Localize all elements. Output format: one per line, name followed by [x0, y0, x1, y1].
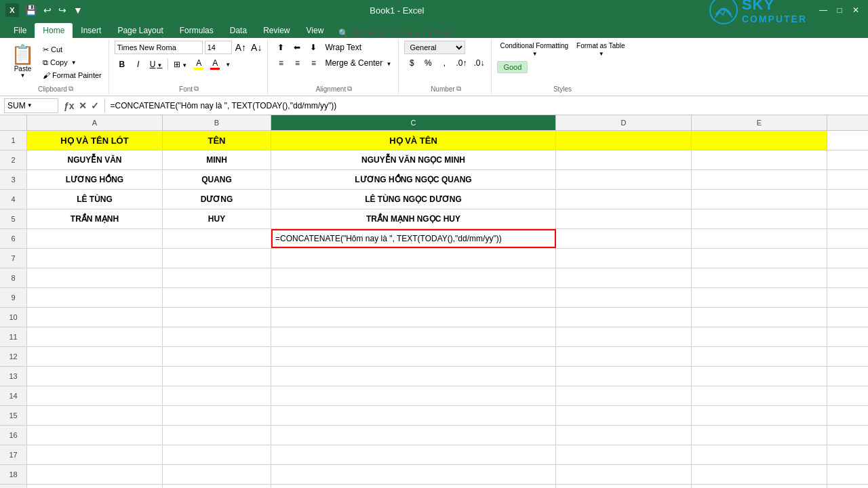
cancel-formula-button[interactable]: ✕ [79, 100, 87, 111]
cell[interactable] [271, 268, 556, 287]
cell[interactable] [692, 308, 827, 327]
good-style-button[interactable]: Good [497, 61, 528, 73]
row-number[interactable]: 14 [0, 386, 27, 405]
align-top-button[interactable]: ⬆ [273, 41, 288, 54]
cell[interactable] [556, 347, 692, 366]
cell[interactable] [27, 406, 163, 425]
cell[interactable] [27, 367, 163, 386]
formula-input[interactable] [108, 101, 864, 110]
cell[interactable]: LƯƠNG HỒNG [27, 170, 163, 189]
cell[interactable]: HUY [163, 209, 271, 228]
formula-functions-button[interactable]: ƒx [64, 100, 75, 111]
row-number[interactable]: 4 [0, 190, 27, 209]
col-header-a[interactable]: A [27, 115, 163, 130]
customize-button[interactable]: ▼ [71, 5, 85, 16]
cell[interactable] [556, 465, 692, 484]
cell[interactable] [271, 347, 556, 366]
cell[interactable] [692, 131, 827, 150]
cell[interactable] [271, 327, 556, 346]
number-format-select[interactable]: General [404, 41, 465, 54]
number-expand-icon[interactable]: ⧉ [456, 85, 461, 93]
increase-decimal-button[interactable]: .0↑ [453, 56, 469, 70]
cell[interactable] [692, 268, 827, 287]
cell[interactable] [271, 367, 556, 386]
cell[interactable] [163, 465, 271, 484]
row-number[interactable]: 12 [0, 347, 27, 366]
cell[interactable]: TRẦN MẠNH NGỌC HUY [271, 209, 556, 228]
tab-home[interactable]: Home [35, 23, 73, 38]
font-grow-button[interactable]: A↑ [234, 43, 248, 52]
cell[interactable] [163, 268, 271, 287]
redo-button[interactable]: ↪ [56, 5, 68, 16]
cell[interactable]: TÊN [163, 131, 271, 150]
cell[interactable] [27, 229, 163, 248]
cell[interactable] [692, 209, 827, 228]
cell[interactable] [163, 347, 271, 366]
cell[interactable] [556, 288, 692, 307]
cell[interactable] [556, 209, 692, 228]
align-middle-button[interactable]: ⬅ [290, 41, 304, 54]
cell[interactable] [692, 150, 827, 169]
cut-button[interactable]: ✂ Cut [40, 45, 104, 55]
cell[interactable] [27, 485, 163, 488]
cell[interactable]: DƯƠNG [163, 190, 271, 209]
format-as-table-button[interactable]: Format as Table ▼ [574, 41, 628, 58]
cell[interactable] [27, 465, 163, 484]
row-number[interactable]: 5 [0, 209, 27, 228]
cell[interactable]: QUANG [163, 170, 271, 189]
cell[interactable] [556, 327, 692, 346]
cell[interactable] [163, 308, 271, 327]
cell[interactable] [271, 485, 556, 488]
tab-data[interactable]: Data [222, 23, 255, 38]
cell[interactable]: MINH [163, 150, 271, 169]
font-name-input[interactable] [115, 41, 203, 54]
col-header-e[interactable]: E [692, 115, 827, 130]
cell[interactable] [163, 249, 271, 268]
confirm-formula-button[interactable]: ✓ [91, 100, 99, 111]
cell[interactable] [556, 150, 692, 169]
format-painter-button[interactable]: 🖌 Format Painter [40, 70, 104, 80]
minimize-button[interactable]: — [816, 3, 830, 17]
cell[interactable]: NGUYỄN VĂN [27, 150, 163, 169]
cell[interactable] [692, 386, 827, 405]
fill-color-button[interactable]: A [191, 58, 206, 71]
cell[interactable] [271, 288, 556, 307]
cell[interactable] [27, 347, 163, 366]
cell[interactable]: NGUYỄN VĂN NGỌC MINH [271, 150, 556, 169]
row-number[interactable]: 6 [0, 229, 27, 248]
cell[interactable] [556, 308, 692, 327]
row-number[interactable]: 7 [0, 249, 27, 268]
font-color-dropdown[interactable]: ▼ [225, 62, 231, 68]
tell-me-search[interactable]: 🔍 Tell me what you want to do... [338, 28, 458, 38]
tab-formulas[interactable]: Formulas [172, 23, 222, 38]
cell[interactable] [163, 367, 271, 386]
cell[interactable]: TRẦN MẠNH [27, 209, 163, 228]
font-shrink-button[interactable]: A↓ [250, 43, 263, 52]
row-number[interactable]: 10 [0, 308, 27, 327]
underline-button[interactable]: U▼ [147, 58, 165, 71]
cell[interactable] [163, 386, 271, 405]
row-number[interactable]: 9 [0, 288, 27, 307]
row-number[interactable]: 1 [0, 131, 27, 150]
tab-review[interactable]: Review [255, 23, 298, 38]
paste-button[interactable]: 📋 Paste ▼ [7, 43, 39, 81]
cell[interactable] [692, 426, 827, 445]
cell[interactable] [163, 229, 271, 248]
cell[interactable] [692, 406, 827, 425]
cell[interactable] [556, 386, 692, 405]
cell[interactable] [271, 426, 556, 445]
close-button[interactable]: ✕ [849, 3, 863, 17]
col-header-c[interactable]: C [271, 115, 556, 130]
cell[interactable] [27, 268, 163, 287]
cell[interactable] [27, 327, 163, 346]
cell[interactable] [692, 327, 827, 346]
cell[interactable] [163, 445, 271, 464]
font-color-button[interactable]: A [208, 58, 222, 71]
comma-button[interactable]: , [437, 56, 452, 70]
font-size-input[interactable] [205, 41, 232, 54]
cell[interactable]: LƯƠNG HỒNG NGỌC QUANG [271, 170, 556, 189]
cell[interactable] [556, 268, 692, 287]
row-number[interactable]: 18 [0, 465, 27, 484]
cell[interactable] [692, 190, 827, 209]
cell[interactable] [692, 229, 827, 248]
